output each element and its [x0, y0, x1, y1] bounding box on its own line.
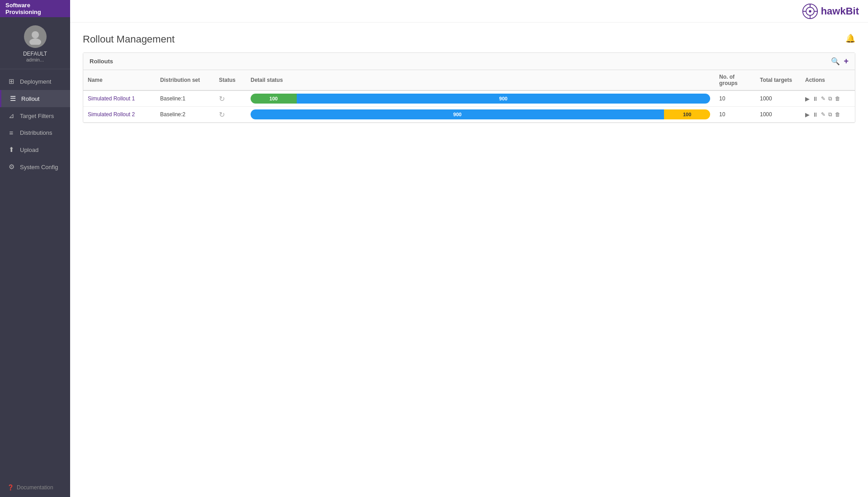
table-row: Simulated Rollout 2Baseline:2↻9001001010…: [83, 107, 855, 123]
sidebar-footer[interactable]: ❓ Documentation: [0, 478, 70, 497]
app-title-text: Software Provisioning: [5, 2, 65, 15]
sidebar-item-target-filters[interactable]: ⊿ Target Filters: [0, 107, 70, 124]
table-row: Simulated Rollout 1Baseline:1↻1009001010…: [83, 90, 855, 107]
search-button[interactable]: 🔍: [831, 57, 840, 66]
status-spinner-icon: ↻: [219, 95, 225, 103]
sidebar-nav: ⊞ Deployment ☰ Rollout ⊿ Target Filters …: [0, 69, 70, 478]
dist-set-cell: Baseline:1: [156, 90, 214, 107]
bar-segment-yellow: 100: [664, 109, 710, 119]
sidebar-item-system-config[interactable]: ⚙ System Config: [0, 158, 70, 175]
hawkbit-logo-text: hawkBit: [821, 5, 859, 17]
table-header: Name Distribution set Status Detail stat…: [83, 70, 855, 90]
detail-status-cell: 900100: [246, 107, 715, 123]
col-header-targets: Total targets: [755, 70, 801, 90]
distributions-icon: ≡: [7, 129, 15, 137]
bar-segment-blue: 900: [251, 109, 664, 119]
documentation-icon: ❓: [7, 484, 14, 491]
sidebar-item-system-config-label: System Config: [20, 164, 58, 170]
col-header-actions: Actions: [801, 70, 855, 90]
user-section: DEFAULT admin...: [0, 17, 70, 69]
edit-button[interactable]: ✎: [821, 95, 825, 102]
col-header-status: Status: [214, 70, 246, 90]
progress-bar: 900100: [251, 109, 710, 119]
target-filters-icon: ⊿: [7, 112, 15, 120]
pause-button[interactable]: ⏸: [812, 95, 818, 102]
main-content: hawkBit Rollout Management 🔔 Rollouts 🔍 …: [70, 0, 868, 497]
dist-set-cell: Baseline:2: [156, 107, 214, 123]
col-header-groups: No. of groups: [715, 70, 755, 90]
groups-cell: 10: [715, 90, 755, 107]
sidebar-item-upload-label: Upload: [20, 147, 38, 153]
username-sub: admin...: [26, 57, 44, 62]
notification-bell-icon[interactable]: 🔔: [845, 33, 855, 43]
table-body: Simulated Rollout 1Baseline:1↻1009001010…: [83, 90, 855, 123]
app-title: Software Provisioning: [0, 0, 70, 17]
col-header-detail-status: Detail status: [246, 70, 715, 90]
page-title: Rollout Management: [83, 33, 855, 45]
status-spinner-icon: ↻: [219, 111, 225, 118]
hawkbit-logo: hawkBit: [802, 3, 859, 19]
sidebar-item-rollout[interactable]: ☰ Rollout: [0, 90, 70, 107]
sidebar-item-distributions-label: Distributions: [20, 129, 52, 136]
targets-cell: 1000: [755, 107, 801, 123]
avatar: [24, 25, 47, 48]
sidebar-item-target-filters-label: Target Filters: [20, 113, 54, 119]
hawkbit-logo-icon: [802, 3, 818, 19]
delete-button[interactable]: 🗑: [835, 111, 840, 118]
svg-point-4: [809, 10, 811, 12]
groups-cell: 10: [715, 107, 755, 123]
sidebar-item-deployment-label: Deployment: [20, 78, 51, 85]
upload-icon: ⬆: [7, 146, 15, 154]
copy-button[interactable]: ⧉: [828, 95, 832, 102]
sidebar-item-deployment[interactable]: ⊞ Deployment: [0, 73, 70, 90]
actions-cell: ▶ ⏸ ✎ ⧉ 🗑: [801, 107, 855, 123]
add-rollout-button[interactable]: +: [844, 57, 849, 66]
bar-segment-blue: 900: [297, 94, 710, 104]
topbar: hawkBit: [70, 0, 868, 23]
panel-header: Rollouts 🔍 +: [83, 53, 855, 70]
sidebar-item-rollout-label: Rollout: [21, 95, 39, 102]
play-button[interactable]: ▶: [805, 95, 810, 102]
svg-point-1: [29, 38, 41, 45]
bar-segment-green: 100: [251, 94, 297, 104]
status-cell: ↻: [214, 107, 246, 123]
copy-button[interactable]: ⧉: [828, 111, 832, 118]
documentation-link[interactable]: Documentation: [17, 484, 53, 491]
delete-button[interactable]: 🗑: [835, 95, 840, 102]
rollout-icon: ☰: [9, 95, 17, 103]
rollout-link-1[interactable]: Simulated Rollout 1: [88, 95, 135, 102]
col-header-name: Name: [83, 70, 156, 90]
panel-title: Rollouts: [90, 58, 113, 65]
svg-point-0: [32, 31, 39, 38]
col-header-dist-set: Distribution set: [156, 70, 214, 90]
progress-bar: 100900: [251, 94, 710, 104]
deployment-icon: ⊞: [7, 77, 15, 85]
rollouts-table: Name Distribution set Status Detail stat…: [83, 70, 855, 123]
rollouts-panel: Rollouts 🔍 + Name Distribution set Statu…: [83, 52, 855, 123]
sidebar-item-distributions[interactable]: ≡ Distributions: [0, 124, 70, 141]
actions-cell: ▶ ⏸ ✎ ⧉ 🗑: [801, 90, 855, 107]
content: Rollout Management 🔔 Rollouts 🔍 + Name D…: [70, 23, 868, 497]
panel-action-buttons: 🔍 +: [831, 57, 849, 66]
detail-status-cell: 100900: [246, 90, 715, 107]
sidebar-item-upload[interactable]: ⬆ Upload: [0, 141, 70, 158]
play-button[interactable]: ▶: [805, 111, 810, 118]
sidebar: Software Provisioning DEFAULT admin... ⊞…: [0, 0, 70, 497]
status-cell: ↻: [214, 90, 246, 107]
pause-button[interactable]: ⏸: [812, 111, 818, 118]
username: DEFAULT: [23, 51, 47, 57]
rollout-link-2[interactable]: Simulated Rollout 2: [88, 111, 135, 118]
edit-button[interactable]: ✎: [821, 111, 825, 118]
targets-cell: 1000: [755, 90, 801, 107]
system-config-icon: ⚙: [7, 163, 15, 171]
